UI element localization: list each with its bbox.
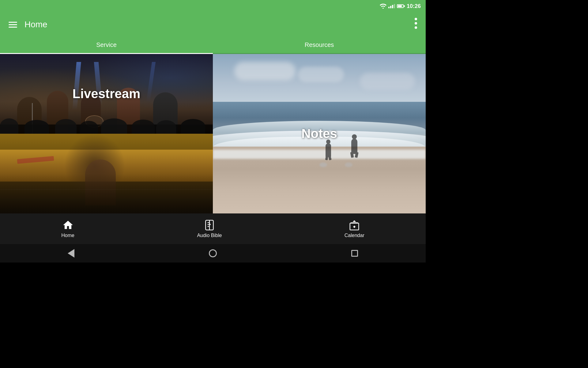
status-bar: 10:26 xyxy=(0,0,426,12)
svg-point-3 xyxy=(415,26,417,29)
more-options-button[interactable] xyxy=(412,15,420,34)
hamburger-menu-button[interactable] xyxy=(6,19,20,30)
signal-icon xyxy=(388,4,395,8)
system-back-button[interactable] xyxy=(62,247,80,259)
calendar-icon xyxy=(349,219,360,231)
recent-apps-icon xyxy=(351,250,358,257)
system-nav-bar xyxy=(0,244,426,263)
app-bar: Home xyxy=(0,12,426,37)
bible-icon xyxy=(204,219,215,231)
battery-icon xyxy=(397,4,405,8)
wifi-icon xyxy=(380,4,386,9)
svg-point-0 xyxy=(383,8,384,9)
app-title: Home xyxy=(24,20,47,29)
livestream-card[interactable]: Livestream xyxy=(0,54,213,134)
nav-calendar[interactable]: Calendar xyxy=(338,217,371,241)
system-recent-button[interactable] xyxy=(345,247,364,259)
home-icon xyxy=(62,219,74,231)
bottom-nav: Home Audio Bible Calendar xyxy=(0,213,426,244)
livestream-label: Livestream xyxy=(73,86,141,101)
nav-audio-bible-label: Audio Bible xyxy=(197,233,222,238)
notes-label: Notes xyxy=(301,126,337,141)
left-column: Livestream xyxy=(0,54,213,213)
tab-bar: Service Resources xyxy=(0,37,426,54)
nav-home[interactable]: Home xyxy=(55,217,81,241)
status-icons: 10:26 xyxy=(380,3,421,10)
notes-card[interactable]: Notes xyxy=(213,54,426,213)
tab-service[interactable]: Service xyxy=(0,37,213,53)
tab-resources[interactable]: Resources xyxy=(213,37,426,53)
bottom-left-card[interactable] xyxy=(0,134,213,213)
nav-calendar-label: Calendar xyxy=(345,233,364,238)
status-time: 10:26 xyxy=(407,3,421,10)
right-column: Notes xyxy=(213,54,426,213)
home-circle-icon xyxy=(209,249,217,257)
svg-point-2 xyxy=(415,22,417,25)
nav-audio-bible[interactable]: Audio Bible xyxy=(191,217,228,241)
system-home-button[interactable] xyxy=(204,247,222,259)
back-arrow-icon xyxy=(68,249,74,258)
content-area: Livestream xyxy=(0,54,426,213)
svg-point-1 xyxy=(415,18,417,20)
nav-home-label: Home xyxy=(61,233,74,238)
